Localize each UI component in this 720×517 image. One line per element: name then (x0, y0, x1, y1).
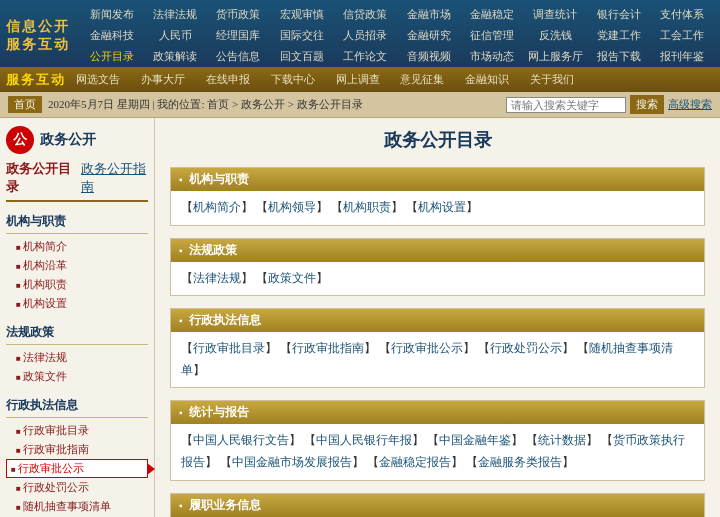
svc-empty2 (649, 70, 714, 89)
nav-mulu[interactable]: 公开目录 (80, 46, 143, 67)
logo-line1: 信息公开 (6, 18, 70, 36)
svc-yijian[interactable]: 意见征集 (390, 70, 455, 89)
section-icon-zhifa: ▪ (179, 315, 183, 326)
nav-jiedu[interactable]: 政策解读 (143, 46, 206, 67)
link-nianbao[interactable]: 中国人民银行年报 (304, 433, 424, 447)
nav-shipin[interactable]: 音频视频 (397, 46, 460, 67)
sidebar-item-shenpi-gongshi[interactable]: 行政审批公示 (6, 459, 148, 478)
nav-jinrong[interactable]: 金融市场 (397, 4, 460, 25)
sidebar-section-zhifa: 行政执法信息 行政审批目录 行政审批指南 行政审批公示 行政处罚公示 随机抽查事… (6, 394, 148, 516)
sidebar-item-shenpi-zhinan[interactable]: 行政审批指南 (6, 440, 148, 459)
nav-keji[interactable]: 金融科技 (80, 25, 143, 46)
search-input[interactable] (506, 97, 626, 113)
top-header: 信息公开 服务互动 新闻发布 法律法规 货币政策 宏观审慎 信贷政策 金融市场 … (0, 0, 720, 67)
nav-guoku[interactable]: 经理国库 (207, 25, 270, 46)
nav-gonggao[interactable]: 公告信息 (207, 46, 270, 67)
logo-area: 信息公开 服务互动 (6, 4, 70, 67)
link-wending-baogao[interactable]: 金融稳定报告 (367, 455, 463, 469)
sidebar-item-zhize[interactable]: 机构职责 (6, 275, 148, 294)
nav-wending[interactable]: 金融稳定 (460, 4, 523, 25)
sidebar-tab-active[interactable]: 政务公开目录 (6, 160, 73, 196)
sidebar-title-row: 政务公开目录 政务公开指南 (6, 160, 148, 202)
link-shenpi-mulu[interactable]: 行政审批目录 (181, 341, 277, 355)
svc-wengao[interactable]: 网选文告 (66, 70, 131, 89)
nav-gonghui[interactable]: 工会工作 (651, 25, 714, 46)
content-section-body-zhifa: 行政审批目录 行政审批指南 行政审批公示 行政处罚公示 随机抽查事项清单 (171, 332, 704, 387)
content-section-lvzhi: ▪ 履职业务信息 (170, 493, 705, 517)
section-header-text-jigou: 机构与职责 (189, 171, 249, 188)
nav-yanjiu[interactable]: 金融研究 (397, 25, 460, 46)
content-section-jigou: ▪ 机构与职责 机构简介 机构领导 机构职责 机构设置 (170, 167, 705, 226)
content-section-tongji: ▪ 统计与报告 中国人民银行文告 中国人民银行年报 中国金融年鉴 统计数据 货币… (170, 400, 705, 480)
nav-dangJian[interactable]: 党建工作 (587, 25, 650, 46)
sidebar-item-shenpi-mulu[interactable]: 行政审批目录 (6, 421, 148, 440)
nav-niankan[interactable]: 报刊年鉴 (651, 46, 714, 67)
nav-wangting[interactable]: 网上服务厅 (524, 46, 587, 67)
nav-huobi[interactable]: 货币政策 (207, 4, 270, 25)
nav-grid: 新闻发布 法律法规 货币政策 宏观审慎 信贷政策 金融市场 金融稳定 调查统计 … (80, 4, 714, 67)
nav-renlu[interactable]: 人员招录 (334, 25, 397, 46)
section-header-text-tongji: 统计与报告 (189, 404, 249, 421)
sidebar-item-jianjie[interactable]: 机构简介 (6, 237, 148, 256)
link-nianjian[interactable]: 中国金融年鉴 (427, 433, 523, 447)
svc-zhishi[interactable]: 金融知识 (455, 70, 520, 89)
nav-falv[interactable]: 法律法规 (143, 4, 206, 25)
nav-zhengxin[interactable]: 征信管理 (460, 25, 523, 46)
nav-xinwen[interactable]: 新闻发布 (80, 4, 143, 25)
nav-xindai[interactable]: 信贷政策 (334, 4, 397, 25)
nav-diaocha[interactable]: 调查统计 (524, 4, 587, 25)
link-jianjie[interactable]: 机构简介 (181, 200, 253, 214)
breadcrumb-bar: 首页 2020年5月7日 星期四 | 我的位置: 首页 > 政务公开 > 政务公… (0, 92, 720, 118)
section-header-text-lvzhi: 履职业务信息 (189, 497, 261, 514)
content-section-header-tongji: ▪ 统计与报告 (171, 401, 704, 424)
link-fuwu-baogao[interactable]: 金融服务类报告 (466, 455, 574, 469)
sidebar-item-yange[interactable]: 机构沿革 (6, 256, 148, 275)
nav-renminbi[interactable]: 人民币 (143, 25, 206, 46)
link-shezhi[interactable]: 机构设置 (406, 200, 478, 214)
nav-baogao[interactable]: 报告下载 (587, 46, 650, 67)
svc-shenbao[interactable]: 在线申报 (196, 70, 261, 89)
link-shichang-baogao[interactable]: 中国金融市场发展报告 (220, 455, 364, 469)
service-row: 服务互动 网选文告 办事大厅 在线申报 下载中心 网上调查 意见征集 金融知识 … (0, 67, 720, 92)
svc-xiazai[interactable]: 下载中心 (260, 70, 325, 89)
link-falv[interactable]: 法律法规 (181, 271, 253, 285)
nav-yinhang[interactable]: 银行会计 (587, 4, 650, 25)
svc-empty1 (584, 70, 649, 89)
breadcrumb-left: 首页 2020年5月7日 星期四 | 我的位置: 首页 > 政务公开 > 政务公… (8, 96, 363, 113)
sidebar-section-jigou: 机构与职责 机构简介 机构沿革 机构职责 机构设置 (6, 210, 148, 313)
svc-diaocha[interactable]: 网上调查 (325, 70, 390, 89)
nav-baiti[interactable]: 回文百题 (270, 46, 333, 67)
advanced-search-link[interactable]: 高级搜索 (668, 97, 712, 112)
link-chufa-gongshi[interactable]: 行政处罚公示 (478, 341, 574, 355)
svc-guanyu[interactable]: 关于我们 (520, 70, 585, 89)
home-button[interactable]: 首页 (8, 96, 42, 113)
link-zhize[interactable]: 机构职责 (331, 200, 403, 214)
link-shenpi-zhinan[interactable]: 行政审批指南 (280, 341, 376, 355)
nav-zhifu[interactable]: 支付体系 (651, 4, 714, 25)
sidebar-item-chufa[interactable]: 行政处罚公示 (6, 478, 148, 497)
service-label: 服务互动 (6, 71, 66, 89)
nav-guoji[interactable]: 国际交往 (270, 25, 333, 46)
link-lingdao[interactable]: 机构领导 (256, 200, 328, 214)
sidebar-item-shezhi[interactable]: 机构设置 (6, 294, 148, 313)
link-zhengce[interactable]: 政策文件 (256, 271, 328, 285)
nav-shichang[interactable]: 市场动态 (460, 46, 523, 67)
sidebar-tab-inactive[interactable]: 政务公开指南 (81, 160, 148, 196)
sidebar-item-falv[interactable]: 法律法规 (6, 348, 148, 367)
sidebar-section-fagui: 法规政策 法律法规 政策文件 (6, 321, 148, 386)
sidebar-item-suiji[interactable]: 随机抽查事项清单 (6, 497, 148, 516)
logo-line2: 服务互动 (6, 36, 70, 54)
link-shenpi-gongshi[interactable]: 行政审批公示 (379, 341, 475, 355)
service-nav: 网选文告 办事大厅 在线申报 下载中心 网上调查 意见征集 金融知识 关于我们 (66, 70, 714, 89)
content-section-body-fagui: 法律法规 政策文件 (171, 262, 704, 296)
content-section-fagui: ▪ 法规政策 法律法规 政策文件 (170, 238, 705, 297)
nav-hongguan[interactable]: 宏观审慎 (270, 4, 333, 25)
nav-lunwen[interactable]: 工作论文 (334, 46, 397, 67)
svc-banshi[interactable]: 办事大厅 (131, 70, 196, 89)
sidebar-item-wenjian[interactable]: 政策文件 (6, 367, 148, 386)
link-shuju[interactable]: 统计数据 (526, 433, 598, 447)
nav-fanzha[interactable]: 反洗钱 (524, 25, 587, 46)
search-button[interactable]: 搜索 (630, 95, 664, 114)
link-wengao[interactable]: 中国人民银行文告 (181, 433, 301, 447)
section-icon-lvzhi: ▪ (179, 500, 183, 511)
